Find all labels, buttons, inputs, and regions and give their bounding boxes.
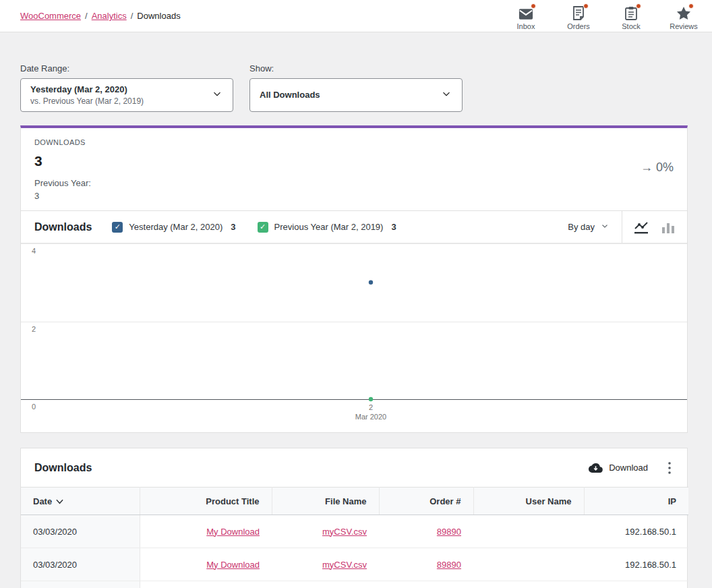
metric-label: DOWNLOADS: [34, 138, 91, 146]
bar-chart-icon: [661, 220, 676, 234]
show-label: Show:: [249, 63, 463, 74]
breadcrumb: WooCommerce / Analytics / Downloads: [20, 11, 181, 21]
cell-ip: 192.168.50.1: [584, 515, 688, 548]
legend-item-previous[interactable]: ✓ Previous Year (Mar 2, 2019) 3: [258, 222, 396, 233]
cell-ip: 192.168.50.1: [584, 581, 688, 588]
ellipsis-menu-button[interactable]: [661, 461, 678, 475]
table-header-row: Date Product Title File Name Order # Use…: [21, 488, 688, 515]
table-title: Downloads: [34, 462, 92, 474]
table-header: Downloads Download: [21, 448, 687, 487]
line-chart-icon: [633, 220, 649, 235]
cell-date: 03/03/2020: [21, 515, 140, 548]
table-row: 03/03/2020 My Download myCSV.csv 89890 1…: [21, 581, 688, 588]
unread-badge: [688, 3, 694, 9]
breadcrumb-separator: /: [131, 11, 134, 21]
unread-badge: [531, 3, 536, 9]
panel-label: Stock: [622, 22, 641, 30]
breadcrumb-analytics[interactable]: Analytics: [92, 11, 127, 21]
metric-value: 3: [34, 153, 91, 169]
svg-text:0: 0: [32, 403, 36, 411]
file-link[interactable]: myCSV.csv: [322, 560, 367, 570]
downloads-table-card: Downloads Download Date: [20, 448, 688, 588]
downloads-table: Date Product Title File Name Order # Use…: [21, 487, 688, 588]
order-link[interactable]: 89890: [437, 527, 461, 537]
column-header-product-title[interactable]: Product Title: [140, 488, 272, 515]
date-range-value: Yesterday (Mar 2, 2020): [30, 84, 144, 96]
panel-orders[interactable]: Orders: [560, 1, 597, 30]
cell-ip: 192.168.50.1: [584, 548, 688, 581]
downloads-report-card: DOWNLOADS 3 Previous Year: 3 → 0% Downlo…: [20, 125, 688, 433]
show-select[interactable]: All Downloads: [249, 78, 463, 112]
cell-user-name: [473, 581, 584, 588]
product-link[interactable]: My Download: [206, 560, 260, 570]
checkbox-checked-icon: ✓: [112, 222, 123, 233]
chart-type-toggle: [622, 211, 687, 243]
column-header-ip[interactable]: IP: [584, 488, 688, 515]
cell-user-name: [473, 548, 584, 581]
topbar: WooCommerce / Analytics / Downloads Inbo…: [0, 0, 712, 32]
checkbox-checked-icon: ✓: [258, 222, 268, 233]
svg-text:4: 4: [32, 247, 36, 255]
interval-value: By day: [568, 222, 595, 232]
panel-label: Inbox: [517, 22, 535, 30]
cell-user-name: [473, 515, 584, 548]
date-range-select[interactable]: Yesterday (Mar 2, 2020) vs. Previous Yea…: [20, 78, 233, 112]
chart-title: Downloads: [34, 221, 92, 233]
cell-date: 03/03/2020: [21, 581, 140, 588]
kebab-icon: [668, 462, 671, 474]
stock-icon: [625, 5, 637, 20]
svg-text:2: 2: [369, 403, 373, 411]
date-range-filter: Date Range: Yesterday (Mar 2, 2020) vs. …: [20, 63, 233, 112]
breadcrumb-woocommerce[interactable]: WooCommerce: [20, 11, 81, 21]
breadcrumb-separator: /: [85, 11, 88, 21]
product-link[interactable]: My Download: [206, 527, 260, 537]
file-link[interactable]: myCSV.csv: [322, 527, 367, 537]
chart-header: Downloads ✓ Yesterday (Mar 2, 2020) 3 ✓ …: [21, 210, 687, 243]
report-filters: Date Range: Yesterday (Mar 2, 2020) vs. …: [20, 63, 692, 112]
date-range-compare-value: vs. Previous Year (Mar 2, 2019): [30, 96, 144, 107]
panel-reviews[interactable]: Reviews: [665, 1, 703, 30]
chevron-down-icon: [440, 88, 452, 102]
order-link[interactable]: 89890: [437, 560, 461, 570]
panel-label: Orders: [567, 22, 590, 30]
cell-date: 03/03/2020: [21, 548, 140, 581]
legend-label: Previous Year (Mar 2, 2019): [274, 222, 384, 232]
column-header-order[interactable]: Order #: [379, 488, 473, 515]
panel-stock[interactable]: Stock: [612, 1, 650, 30]
activity-panel: Inbox Orders Stock Reviews: [507, 1, 703, 30]
column-header-date[interactable]: Date: [21, 488, 140, 515]
line-chart-button[interactable]: [628, 211, 655, 243]
cloud-download-icon: [589, 463, 603, 473]
sort-desc-icon: [56, 499, 63, 504]
downloads-chart: 4202Mar 2020: [21, 243, 687, 432]
summary-tile: DOWNLOADS 3 Previous Year: 3 → 0%: [21, 128, 687, 210]
legend-total: 3: [231, 222, 235, 232]
breadcrumb-current-page: Downloads: [137, 11, 180, 21]
svg-text:2: 2: [32, 325, 36, 333]
download-csv-button[interactable]: Download: [589, 463, 648, 473]
previous-period-value: 3: [34, 191, 91, 201]
bar-chart-button[interactable]: [655, 211, 682, 243]
show-value: All Downloads: [260, 89, 320, 101]
column-header-user-name[interactable]: User Name: [473, 488, 584, 515]
legend-total: 3: [391, 222, 396, 232]
legend-label: Yesterday (Mar 2, 2020): [129, 222, 222, 232]
table-row: 03/03/2020 My Download myCSV.csv 89890 1…: [21, 515, 688, 548]
chevron-down-icon: [211, 88, 223, 102]
svg-text:Mar 2020: Mar 2020: [355, 413, 386, 421]
column-header-file-name[interactable]: File Name: [272, 488, 379, 515]
download-button-label: Download: [609, 463, 648, 473]
previous-period-label: Previous Year:: [34, 178, 91, 188]
chart-plot-area: 4202Mar 2020: [21, 243, 687, 432]
chevron-down-icon: [600, 221, 610, 233]
show-filter: Show: All Downloads: [249, 63, 463, 112]
delta-indicator: → 0%: [641, 160, 674, 175]
unread-badge: [583, 3, 589, 9]
legend-item-current[interactable]: ✓ Yesterday (Mar 2, 2020) 3: [112, 222, 235, 233]
column-label: Date: [33, 496, 52, 506]
interval-select[interactable]: By day: [556, 221, 622, 233]
unread-badge: [636, 3, 641, 9]
panel-label: Reviews: [670, 22, 698, 30]
panel-inbox[interactable]: Inbox: [507, 1, 545, 30]
table-row: 03/03/2020 My Download myCSV.csv 89890 1…: [21, 548, 688, 581]
